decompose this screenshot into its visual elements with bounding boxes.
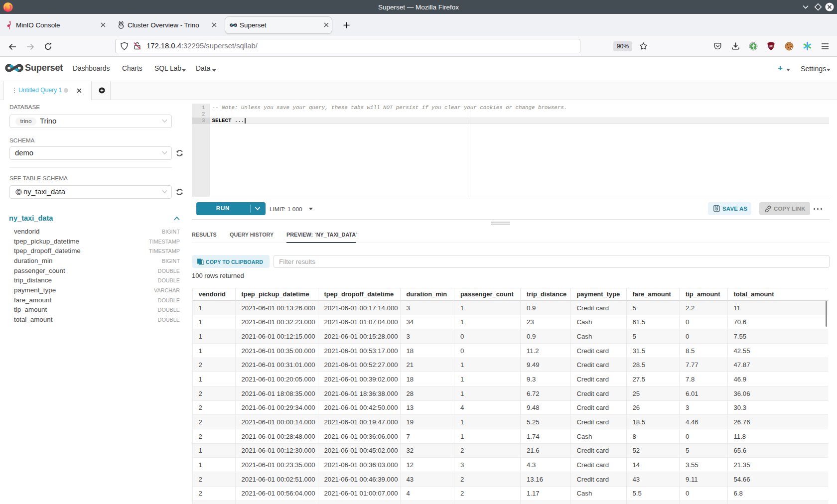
svg-text:uO: uO bbox=[769, 44, 774, 48]
